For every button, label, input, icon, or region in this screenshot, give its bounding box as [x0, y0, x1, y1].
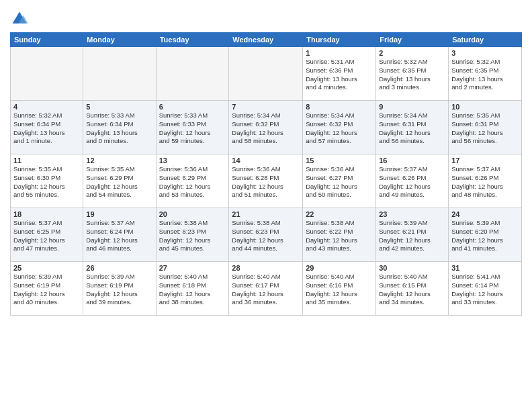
day-number: 13 [159, 156, 226, 165]
day-number: 14 [232, 156, 300, 165]
day-number: 11 [13, 156, 80, 165]
day-number: 5 [86, 103, 152, 111]
calendar-cell: 26Sunrise: 5:39 AM Sunset: 6:19 PM Dayli… [83, 262, 156, 316]
calendar-cell: 14Sunrise: 5:36 AM Sunset: 6:28 PM Dayli… [229, 154, 303, 208]
calendar-cell [229, 47, 303, 101]
calendar-cell: 6Sunrise: 5:33 AM Sunset: 6:33 PM Daylig… [156, 101, 229, 154]
day-number: 22 [306, 210, 373, 218]
calendar-cell: 15Sunrise: 5:36 AM Sunset: 6:27 PM Dayli… [303, 154, 376, 208]
day-number: 17 [451, 156, 519, 165]
day-info: Sunrise: 5:36 AM Sunset: 6:28 PM Dayligh… [232, 165, 300, 199]
weekday-header-tuesday: Tuesday [156, 33, 229, 47]
day-number: 4 [13, 103, 80, 111]
weekday-header-row: SundayMondayTuesdayWednesdayThursdayFrid… [11, 33, 522, 47]
calendar-cell: 24Sunrise: 5:39 AM Sunset: 6:20 PM Dayli… [449, 208, 522, 262]
day-number: 10 [451, 103, 519, 111]
day-info: Sunrise: 5:38 AM Sunset: 6:22 PM Dayligh… [306, 219, 373, 253]
day-number: 30 [379, 264, 445, 272]
calendar-cell: 16Sunrise: 5:37 AM Sunset: 6:26 PM Dayli… [376, 154, 449, 208]
day-info: Sunrise: 5:36 AM Sunset: 6:29 PM Dayligh… [159, 165, 226, 199]
calendar-cell: 22Sunrise: 5:38 AM Sunset: 6:22 PM Dayli… [303, 208, 376, 262]
calendar-cell: 3Sunrise: 5:32 AM Sunset: 6:35 PM Daylig… [449, 47, 522, 101]
calendar-table: SundayMondayTuesdayWednesdayThursdayFrid… [10, 32, 522, 316]
day-info: Sunrise: 5:37 AM Sunset: 6:24 PM Dayligh… [86, 219, 152, 253]
weekday-header-monday: Monday [83, 33, 156, 47]
calendar-cell: 7Sunrise: 5:34 AM Sunset: 6:32 PM Daylig… [229, 101, 303, 154]
calendar-cell: 8Sunrise: 5:34 AM Sunset: 6:32 PM Daylig… [303, 101, 376, 154]
day-number: 15 [306, 156, 373, 165]
calendar-cell [11, 47, 83, 101]
day-number: 23 [379, 210, 445, 218]
weekday-header-wednesday: Wednesday [229, 33, 303, 47]
calendar-cell: 17Sunrise: 5:37 AM Sunset: 6:26 PM Dayli… [449, 154, 522, 208]
day-info: Sunrise: 5:37 AM Sunset: 6:26 PM Dayligh… [379, 165, 445, 199]
calendar-cell [156, 47, 229, 101]
week-row-5: 25Sunrise: 5:39 AM Sunset: 6:19 PM Dayli… [11, 262, 522, 316]
day-number: 24 [451, 210, 519, 218]
weekday-header-sunday: Sunday [11, 33, 83, 47]
day-info: Sunrise: 5:38 AM Sunset: 6:23 PM Dayligh… [159, 219, 226, 253]
calendar-cell: 12Sunrise: 5:35 AM Sunset: 6:29 PM Dayli… [83, 154, 156, 208]
calendar-cell: 4Sunrise: 5:32 AM Sunset: 6:34 PM Daylig… [11, 101, 83, 154]
calendar-cell: 13Sunrise: 5:36 AM Sunset: 6:29 PM Dayli… [156, 154, 229, 208]
calendar-cell: 11Sunrise: 5:35 AM Sunset: 6:30 PM Dayli… [11, 154, 83, 208]
day-info: Sunrise: 5:40 AM Sunset: 6:17 PM Dayligh… [232, 273, 300, 307]
day-info: Sunrise: 5:36 AM Sunset: 6:27 PM Dayligh… [306, 165, 373, 199]
page: SundayMondayTuesdayWednesdayThursdayFrid… [0, 0, 532, 411]
logo-icon [10, 9, 29, 28]
calendar-cell: 21Sunrise: 5:38 AM Sunset: 6:23 PM Dayli… [229, 208, 303, 262]
calendar-cell [83, 47, 156, 101]
calendar-cell: 27Sunrise: 5:40 AM Sunset: 6:18 PM Dayli… [156, 262, 229, 316]
calendar-cell: 30Sunrise: 5:40 AM Sunset: 6:15 PM Dayli… [376, 262, 449, 316]
calendar-cell: 28Sunrise: 5:40 AM Sunset: 6:17 PM Dayli… [229, 262, 303, 316]
logo [10, 9, 30, 28]
calendar-cell: 25Sunrise: 5:39 AM Sunset: 6:19 PM Dayli… [11, 262, 83, 316]
day-info: Sunrise: 5:32 AM Sunset: 6:34 PM Dayligh… [13, 111, 80, 146]
calendar-cell: 31Sunrise: 5:41 AM Sunset: 6:14 PM Dayli… [449, 262, 522, 316]
calendar-cell: 10Sunrise: 5:35 AM Sunset: 6:31 PM Dayli… [449, 101, 522, 154]
calendar-cell: 29Sunrise: 5:40 AM Sunset: 6:16 PM Dayli… [303, 262, 376, 316]
day-number: 20 [159, 210, 226, 218]
day-number: 25 [13, 264, 80, 272]
day-number: 16 [379, 156, 445, 165]
day-info: Sunrise: 5:39 AM Sunset: 6:21 PM Dayligh… [379, 219, 445, 253]
weekday-header-saturday: Saturday [449, 33, 522, 47]
day-number: 3 [451, 49, 519, 57]
calendar-cell: 18Sunrise: 5:37 AM Sunset: 6:25 PM Dayli… [11, 208, 83, 262]
weekday-header-thursday: Thursday [303, 33, 376, 47]
day-info: Sunrise: 5:33 AM Sunset: 6:33 PM Dayligh… [159, 111, 226, 146]
day-number: 2 [379, 49, 445, 57]
week-row-3: 11Sunrise: 5:35 AM Sunset: 6:30 PM Dayli… [11, 154, 522, 208]
day-number: 21 [232, 210, 300, 218]
day-number: 6 [159, 103, 226, 111]
day-info: Sunrise: 5:31 AM Sunset: 6:36 PM Dayligh… [306, 58, 373, 92]
day-info: Sunrise: 5:32 AM Sunset: 6:35 PM Dayligh… [451, 58, 519, 92]
day-info: Sunrise: 5:34 AM Sunset: 6:32 PM Dayligh… [232, 111, 300, 146]
calendar-cell: 5Sunrise: 5:33 AM Sunset: 6:34 PM Daylig… [83, 101, 156, 154]
day-number: 29 [306, 264, 373, 272]
day-number: 27 [159, 264, 226, 272]
day-info: Sunrise: 5:35 AM Sunset: 6:30 PM Dayligh… [13, 165, 80, 199]
day-info: Sunrise: 5:40 AM Sunset: 6:18 PM Dayligh… [159, 273, 226, 307]
calendar-cell: 20Sunrise: 5:38 AM Sunset: 6:23 PM Dayli… [156, 208, 229, 262]
week-row-2: 4Sunrise: 5:32 AM Sunset: 6:34 PM Daylig… [11, 101, 522, 154]
day-number: 12 [86, 156, 152, 165]
day-info: Sunrise: 5:33 AM Sunset: 6:34 PM Dayligh… [86, 111, 152, 146]
day-info: Sunrise: 5:41 AM Sunset: 6:14 PM Dayligh… [451, 273, 519, 307]
calendar-cell: 2Sunrise: 5:32 AM Sunset: 6:35 PM Daylig… [376, 47, 449, 101]
day-number: 19 [86, 210, 152, 218]
calendar-cell: 19Sunrise: 5:37 AM Sunset: 6:24 PM Dayli… [83, 208, 156, 262]
weekday-header-friday: Friday [376, 33, 449, 47]
header [10, 7, 522, 28]
day-info: Sunrise: 5:40 AM Sunset: 6:16 PM Dayligh… [306, 273, 373, 307]
day-info: Sunrise: 5:35 AM Sunset: 6:31 PM Dayligh… [451, 111, 519, 146]
day-info: Sunrise: 5:35 AM Sunset: 6:29 PM Dayligh… [86, 165, 152, 199]
week-row-1: 1Sunrise: 5:31 AM Sunset: 6:36 PM Daylig… [11, 47, 522, 101]
day-info: Sunrise: 5:39 AM Sunset: 6:20 PM Dayligh… [451, 219, 519, 253]
calendar-cell: 23Sunrise: 5:39 AM Sunset: 6:21 PM Dayli… [376, 208, 449, 262]
day-info: Sunrise: 5:34 AM Sunset: 6:32 PM Dayligh… [306, 111, 373, 146]
day-info: Sunrise: 5:34 AM Sunset: 6:31 PM Dayligh… [379, 111, 445, 146]
day-number: 31 [451, 264, 519, 272]
day-number: 28 [232, 264, 300, 272]
day-info: Sunrise: 5:39 AM Sunset: 6:19 PM Dayligh… [86, 273, 152, 307]
